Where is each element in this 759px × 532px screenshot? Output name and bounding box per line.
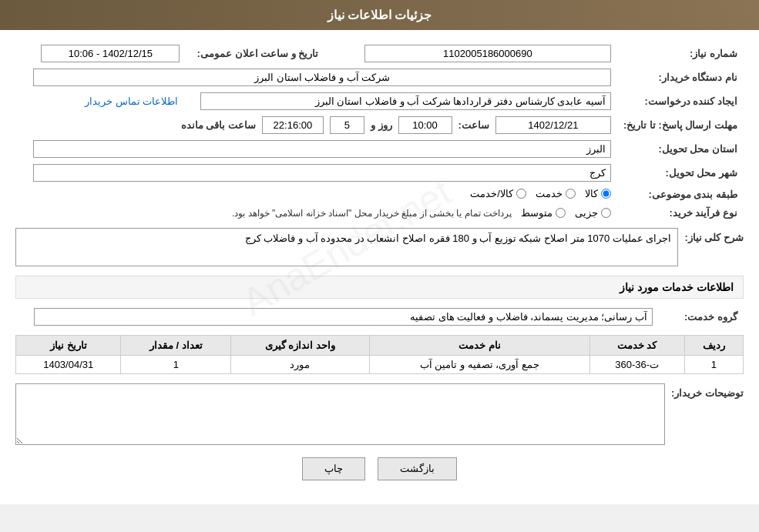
- province-value: [15, 137, 617, 161]
- category-kala[interactable]: کالا: [585, 188, 611, 199]
- col-qty: تعداد / مقدار: [121, 336, 231, 356]
- creator-input[interactable]: [200, 92, 611, 110]
- deadline-time-label: ساعت:: [458, 119, 489, 131]
- announce-date-value: [15, 42, 186, 65]
- cell-unit: مورد: [231, 356, 370, 374]
- city-label: شهر محل تحویل:: [617, 161, 744, 185]
- service-group-value: [15, 305, 659, 329]
- cell-quantity: 1: [121, 356, 231, 374]
- col-unit: واحد اندازه گیری: [231, 336, 370, 356]
- main-info-table: شماره نیاز: تاریخ و ساعت اعلان عمومی: نا…: [15, 42, 744, 222]
- purchase-type-row: جزیی متوسط پرداخت تمام یا بخشی از مبلغ خ…: [15, 204, 617, 222]
- deadline-time-input[interactable]: [398, 116, 452, 134]
- category-khadamat-radio[interactable]: [566, 189, 576, 199]
- col-row: ردیف: [684, 336, 743, 356]
- buyer-notes-textarea[interactable]: [15, 383, 665, 445]
- announce-date-input[interactable]: [41, 45, 180, 62]
- purchase-type-label: نوع فرآیند خرید:: [617, 204, 744, 222]
- deadline-days-input[interactable]: [330, 116, 364, 134]
- purchase-jozii-label: جزیی: [575, 207, 598, 219]
- category-label: طبقه بندی موضوعی:: [617, 185, 744, 204]
- purchase-jozii[interactable]: جزیی: [575, 207, 611, 219]
- back-button[interactable]: بازگشت: [378, 457, 457, 480]
- purchase-motavaset[interactable]: متوسط: [521, 207, 566, 219]
- cell-date: 1403/04/31: [16, 356, 121, 374]
- province-label: استان محل تحویل:: [617, 137, 744, 161]
- category-options: کالا خدمت کالا/خدمت: [15, 185, 617, 204]
- service-group-label: گروه خدمت:: [659, 305, 744, 329]
- category-kala-khadamat-label: کالا/خدمت: [470, 188, 513, 199]
- need-number-value: [324, 42, 617, 65]
- buyer-notes-label: توضیحات خریدار:: [671, 383, 744, 399]
- col-name: نام خدمت: [369, 336, 589, 356]
- category-kala-label: کالا: [585, 188, 598, 199]
- need-number-label: شماره نیاز:: [617, 42, 744, 65]
- buyer-notes-row: توضیحات خریدار:: [15, 383, 744, 445]
- need-description-row: شرح کلی نیاز: AnaEnder.net اجرای عملیات …: [15, 228, 744, 266]
- category-khadamat[interactable]: خدمت: [536, 188, 576, 199]
- deadline-date-input[interactable]: [495, 116, 611, 134]
- table-row: 1ت-36-360جمع آوری، تصفیه و تامین آبمورد1…: [16, 356, 744, 374]
- service-group-table: گروه خدمت:: [15, 305, 744, 329]
- creator-label: ایجاد کننده درخواست:: [617, 89, 744, 113]
- purchase-motavaset-radio[interactable]: [556, 208, 566, 218]
- page-title: جزئیات اطلاعات نیاز: [327, 8, 432, 22]
- need-description-text: اجرای عملیات 1070 متر اصلاح شبکه توزیع آ…: [245, 233, 672, 244]
- need-description-label: شرح کلی نیاز:: [684, 228, 744, 243]
- services-section-title: اطلاعات خدمات مورد نیاز: [15, 276, 744, 299]
- category-kala-khadamat-radio[interactable]: [516, 189, 526, 199]
- cell-code: ت-36-360: [589, 356, 684, 374]
- contact-link-cell: اطلاعات تماس خریدار: [15, 89, 186, 113]
- category-kala-radio[interactable]: [601, 189, 611, 199]
- cell-name: جمع آوری، تصفیه و تامین آب: [369, 356, 589, 374]
- creator-value: [186, 89, 617, 113]
- category-khadamat-label: خدمت: [536, 188, 563, 199]
- deadline-remaining-input[interactable]: [262, 116, 324, 134]
- purchase-jozii-radio[interactable]: [601, 208, 611, 218]
- city-value: [15, 161, 617, 185]
- org-name-input[interactable]: [33, 69, 611, 86]
- purchase-motavaset-label: متوسط: [521, 207, 552, 219]
- org-name-value: [15, 65, 617, 89]
- deadline-label: مهلت ارسال پاسخ: تا تاریخ:: [617, 113, 744, 137]
- deadline-remaining-label: ساعت باقی مانده: [181, 119, 256, 131]
- services-table: ردیف کد خدمت نام خدمت واحد اندازه گیری ت…: [15, 335, 744, 374]
- col-date: تاریخ نیاز: [16, 336, 121, 356]
- org-name-label: نام دستگاه خریدار:: [617, 65, 744, 89]
- city-input[interactable]: [33, 164, 611, 182]
- page-header: جزئیات اطلاعات نیاز: [0, 0, 759, 30]
- category-kala-khadamat[interactable]: کالا/خدمت: [470, 188, 526, 199]
- deadline-row: ساعت: روز و ساعت باقی مانده: [15, 113, 617, 137]
- province-input[interactable]: [33, 140, 611, 158]
- deadline-days-label: روز و: [371, 119, 392, 131]
- purchase-note: پرداخت تمام یا بخشی از مبلغ خریدار محل "…: [232, 208, 512, 219]
- need-number-input[interactable]: [364, 45, 611, 62]
- print-button[interactable]: چاپ: [302, 457, 365, 480]
- service-group-input[interactable]: [34, 308, 653, 326]
- col-code: کد خدمت: [589, 336, 684, 356]
- need-description-box: AnaEnder.net اجرای عملیات 1070 متر اصلاح…: [15, 228, 678, 266]
- cell-row: 1: [684, 356, 743, 374]
- contact-link[interactable]: اطلاعات تماس خریدار: [85, 95, 178, 107]
- announce-date-label: تاریخ و ساعت اعلان عمومی:: [186, 42, 324, 65]
- button-row: بازگشت چاپ: [15, 457, 744, 480]
